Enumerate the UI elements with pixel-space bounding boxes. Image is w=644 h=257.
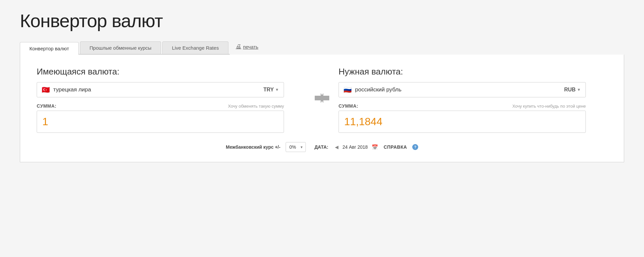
date-nav: ◀ 24 Авг 2018 📅 (334, 144, 378, 150)
from-currency-select[interactable]: 🇹🇷 турецкая лира TRY ▼ (37, 82, 284, 97)
from-currency-select-left: 🇹🇷 турецкая лира (42, 86, 91, 94)
swap-arrow-container[interactable] (305, 93, 339, 103)
to-currency-select[interactable]: 🇷🇺 российский рубль RUB ▼ (339, 82, 586, 97)
interbank-label: Межбанковский курс +/- (226, 144, 280, 150)
print-link[interactable]: 🖨 печать (236, 43, 258, 50)
to-amount-hint: Хочу купить что-нибудь по этой цене (512, 104, 586, 109)
tab-live[interactable]: Live Exchange Rates (162, 41, 228, 54)
to-amount-value: 11,1844 (344, 116, 382, 128)
from-currency-name: турецкая лира (53, 86, 91, 93)
to-amount-label: СУММА: (339, 103, 358, 109)
from-currency-flag: 🇹🇷 (42, 86, 50, 94)
page-title: Конвертор валют (20, 10, 624, 31)
to-currency-select-left: 🇷🇺 российский рубль (343, 86, 401, 94)
page-wrapper: Конвертор валют Конвертор валют Прошлые … (0, 0, 644, 172)
to-amount-input[interactable]: 11,1844 (339, 111, 586, 133)
to-currency-code: RUB ▼ (564, 87, 581, 93)
to-currency-block: Нужная валюта: 🇷🇺 российский рубль RUB ▼… (339, 67, 607, 133)
date-value: 24 Авг 2018 (342, 144, 368, 150)
interbank-select-wrapper[interactable]: 0% 1% 2% 3% 5% (286, 142, 306, 152)
help-label: СПРАВКА (383, 144, 407, 150)
from-amount-input[interactable]: 1 (37, 111, 284, 133)
from-amount-hint: Хочу обменять такую сумму (228, 104, 284, 109)
tab-converter[interactable]: Конвертор валют (20, 42, 79, 55)
date-label: ДАТА: (314, 144, 328, 150)
print-label: печать (243, 44, 258, 50)
from-amount-section: СУММА: Хочу обменять такую сумму 1 (37, 103, 284, 133)
to-currency-label: Нужная валюта: (339, 67, 607, 77)
date-prev-arrow-icon[interactable]: ◀ (334, 144, 340, 150)
bottom-bar: Межбанковский курс +/- 0% 1% 2% 3% 5% ДА… (37, 142, 607, 152)
from-amount-label-row: СУММА: Хочу обменять такую сумму (37, 103, 284, 109)
to-currency-flag: 🇷🇺 (343, 86, 352, 94)
to-amount-label-row: СУММА: Хочу купить что-нибудь по этой це… (339, 103, 586, 109)
from-currency-label: Имеющаяся валюта: (37, 67, 305, 77)
converter-panel: Имеющаяся валюта: 🇹🇷 турецкая лира TRY ▼… (20, 55, 624, 162)
help-icon[interactable]: ? (412, 144, 418, 150)
calendar-icon[interactable]: 📅 (372, 144, 378, 150)
currency-row: Имеющаяся валюта: 🇹🇷 турецкая лира TRY ▼… (37, 67, 607, 133)
swap-arrow-icon (315, 93, 329, 103)
from-chevron-down-icon: ▼ (275, 87, 279, 92)
tabs-bar: Конвертор валют Прошлые обменные курсы L… (20, 41, 230, 55)
from-currency-code: TRY ▼ (263, 87, 279, 93)
interbank-select[interactable]: 0% 1% 2% 3% 5% (286, 142, 306, 152)
from-amount-value: 1 (42, 116, 48, 128)
tabs-row: Конвертор валют Прошлые обменные курсы L… (20, 41, 624, 55)
to-currency-name: российский рубль (355, 86, 401, 93)
printer-icon: 🖨 (236, 43, 241, 50)
to-amount-section: СУММА: Хочу купить что-нибудь по этой це… (339, 103, 586, 133)
from-amount-label: СУММА: (37, 103, 57, 109)
from-currency-block: Имеющаяся валюта: 🇹🇷 турецкая лира TRY ▼… (37, 67, 305, 133)
to-chevron-down-icon: ▼ (577, 87, 581, 92)
tab-history[interactable]: Прошлые обменные курсы (80, 41, 161, 54)
